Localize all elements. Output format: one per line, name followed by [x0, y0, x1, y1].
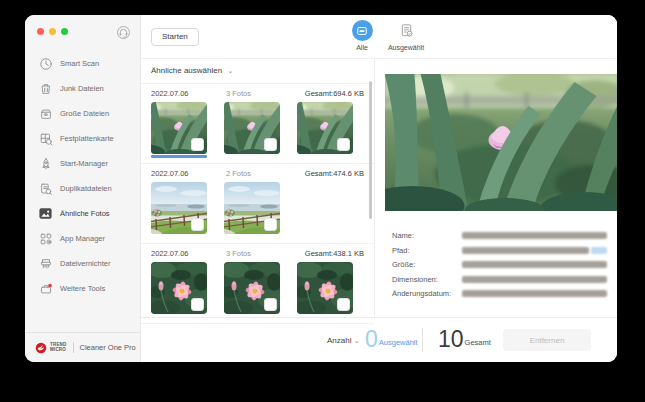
thumbnail-checkbox[interactable]	[191, 298, 204, 311]
sidebar-item-disk-map[interactable]: Festplattenkarte	[25, 126, 140, 151]
sidebar-item-label: Junk Dateien	[60, 84, 104, 93]
group-photo-count: 2 Fotos	[226, 169, 305, 178]
sidebar-item-more-tools[interactable]: Weitere Tools	[25, 276, 140, 301]
big-files-icon	[38, 106, 53, 121]
detail-label: Name:	[392, 231, 462, 240]
group-date: 2022.07.06	[151, 89, 226, 98]
preview-photo	[385, 74, 617, 211]
redacted-value	[462, 247, 589, 254]
detail-row: Änderungsdatum:	[392, 289, 607, 298]
selected-count-value: 0	[365, 328, 378, 350]
group-photo-count: 3 Fotos	[226, 89, 305, 98]
photo-group: 2022.07.062 FotosGesamt:474.6 KB	[141, 164, 374, 244]
file-details: Name:Pfad:Größe:Dimensionen:Änderungsdat…	[392, 231, 607, 304]
sidebar: Smart ScanJunk DateienGroße DateienFestp…	[25, 15, 141, 362]
sidebar-item-app-manager[interactable]: App Manager	[25, 226, 140, 251]
thumbnail-checkbox[interactable]	[191, 218, 204, 231]
photo-thumbnail[interactable]	[151, 262, 207, 318]
app-window: Smart ScanJunk DateienGroße DateienFestp…	[25, 15, 617, 362]
select-similar-dropdown[interactable]: Ähnliche auswählen ⌄	[141, 59, 374, 84]
sidebar-item-duplicate-files[interactable]: Duplikatdateien	[25, 176, 140, 201]
minimize-window-button[interactable]	[49, 28, 56, 35]
sidebar-item-smart-scan[interactable]: Smart Scan	[25, 51, 140, 76]
sidebar-item-label: Dateivernichter	[60, 259, 110, 268]
total-count-label: Gesamt	[465, 338, 491, 350]
photo-group: 2022.07.063 FotosGesamt:694.6 KB	[141, 84, 374, 164]
zoom-window-button[interactable]	[61, 28, 68, 35]
detail-row: Name:	[392, 231, 607, 240]
thumbnail-checkbox[interactable]	[264, 298, 277, 311]
support-headset-icon[interactable]	[116, 25, 131, 40]
group-photo-count: 3 Fotos	[226, 249, 305, 258]
redacted-value	[462, 261, 607, 268]
sidebar-item-label: Smart Scan	[60, 59, 99, 68]
sidebar-item-file-shredder[interactable]: Dateivernichter	[25, 251, 140, 276]
thumbnail-row	[151, 102, 364, 158]
detail-label: Pfad:	[392, 246, 462, 255]
sidebar-item-similar-photos[interactable]: Ähnliche Fotos	[25, 201, 140, 226]
remove-button[interactable]: Entfernen	[503, 329, 591, 351]
toolbar: Starten Alle	[141, 15, 617, 59]
sidebar-item-label: Festplattenkarte	[60, 134, 114, 143]
trend-micro-logo-icon	[35, 342, 47, 354]
photo-thumbnail[interactable]	[224, 262, 280, 318]
thumbnail-checkbox[interactable]	[191, 138, 204, 151]
group-header: 2022.07.062 FotosGesamt:474.6 KB	[151, 169, 364, 178]
main-panel: Starten Alle	[141, 15, 617, 362]
detail-row: Pfad:	[392, 246, 607, 255]
redacted-value	[462, 276, 607, 283]
sidebar-item-label: Ähnliche Fotos	[60, 209, 110, 218]
sidebar-item-label: Große Dateien	[60, 109, 109, 118]
group-total-size: Gesamt:438.1 KB	[305, 249, 364, 258]
sidebar-item-junk-files[interactable]: Junk Dateien	[25, 76, 140, 101]
view-tabs: Alle Ausgewählt	[340, 20, 428, 51]
redacted-value-highlight	[591, 247, 607, 254]
start-scan-button[interactable]: Starten	[151, 28, 199, 46]
all-items-icon	[352, 20, 373, 41]
tab-alle-label: Alle	[356, 44, 368, 51]
brand-divider	[73, 342, 74, 353]
content-area: Ähnliche auswählen ⌄ 2022.07.063 FotosGe…	[141, 59, 617, 317]
photo-thumbnail[interactable]	[224, 182, 280, 238]
detail-label: Änderungsdatum:	[392, 289, 462, 298]
group-total-size: Gesamt:694.6 KB	[305, 89, 364, 98]
redacted-value	[462, 232, 607, 239]
product-name: Cleaner One Pro	[80, 343, 136, 352]
photo-thumbnail[interactable]	[151, 182, 207, 238]
counter-divider	[422, 328, 423, 352]
total-counter: 10 Gesamt	[438, 328, 491, 350]
tab-ausgewaehlt-label: Ausgewählt	[388, 44, 424, 51]
selected-count-label: Ausgewählt	[379, 338, 418, 350]
photo-thumbnail[interactable]	[151, 102, 207, 158]
thumbnail-checkbox[interactable]	[337, 138, 350, 151]
sidebar-item-big-files[interactable]: Große Dateien	[25, 101, 140, 126]
photo-thumbnail[interactable]	[224, 102, 280, 158]
list-scrollbar[interactable]	[369, 81, 372, 219]
footer-bar: Anzahl ⌄ 0 Ausgewählt 10 Gesamt Entferne…	[141, 317, 617, 362]
tab-ausgewaehlt[interactable]: Ausgewählt	[384, 20, 428, 51]
thumbnail-checkbox[interactable]	[264, 218, 277, 231]
sidebar-item-startup-manager[interactable]: Start-Manager	[25, 151, 140, 176]
close-window-button[interactable]	[37, 28, 44, 35]
chevron-down-icon: ⌄	[354, 337, 360, 344]
group-header: 2022.07.063 FotosGesamt:694.6 KB	[151, 89, 364, 98]
count-dropdown[interactable]: Anzahl ⌄	[327, 336, 360, 345]
photo-thumbnail[interactable]	[297, 102, 353, 158]
sidebar-nav: Smart ScanJunk DateienGroße DateienFestp…	[25, 51, 140, 301]
group-date: 2022.07.06	[151, 169, 226, 178]
startup-manager-icon	[38, 156, 53, 171]
sidebar-item-label: Duplikatdateien	[60, 184, 112, 193]
disk-map-icon	[38, 131, 53, 146]
similar-photos-list: Ähnliche auswählen ⌄ 2022.07.063 FotosGe…	[141, 59, 374, 317]
thumbnail-checkbox[interactable]	[264, 138, 277, 151]
thumbnail-checkbox[interactable]	[337, 298, 350, 311]
sidebar-footer: TREND MICRO Cleaner One Pro	[25, 332, 140, 362]
preview-panel: Name:Pfad:Größe:Dimensionen:Änderungsdat…	[375, 59, 617, 317]
duplicate-files-icon	[38, 181, 53, 196]
tab-alle[interactable]: Alle	[340, 20, 384, 51]
count-dropdown-label: Anzahl	[327, 336, 351, 345]
photo-thumbnail[interactable]	[297, 262, 353, 318]
similar-photos-icon	[38, 206, 53, 221]
detail-row: Dimensionen:	[392, 275, 607, 284]
detail-row: Größe:	[392, 260, 607, 269]
